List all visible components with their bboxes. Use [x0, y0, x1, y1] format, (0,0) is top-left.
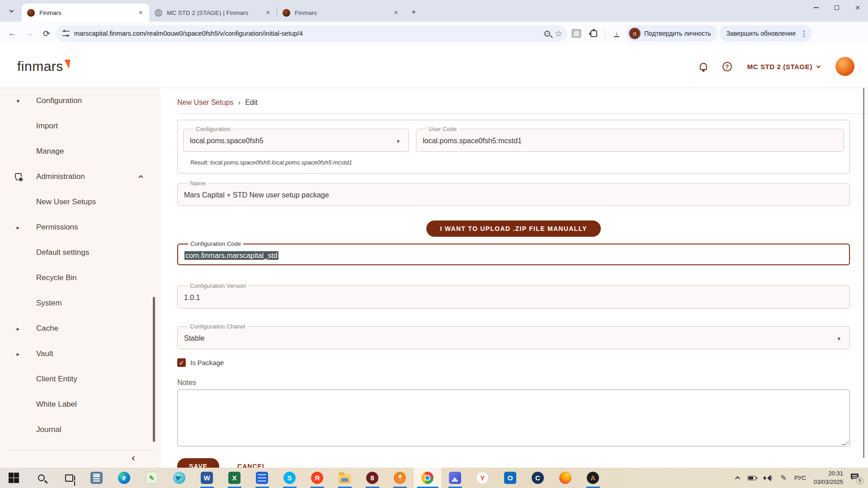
maximize-button[interactable]	[826, 0, 847, 15]
language-indicator[interactable]: РУС	[794, 474, 806, 481]
user-code-field[interactable]: User Code local.poms.space0fsh5:mcstd1	[416, 126, 844, 152]
workspace-selector[interactable]: MC STD 2 (STAGE)	[747, 63, 820, 70]
back-icon[interactable]: ←	[5, 26, 20, 41]
sidebar-collapse-button[interactable]	[131, 455, 137, 461]
taskbar-app-a[interactable]: A	[579, 468, 607, 488]
start-button[interactable]	[0, 468, 28, 488]
sidebar-item-new-user-setups[interactable]: New User Setups	[0, 189, 160, 215]
taskbar-app-yandex-browser[interactable]: Я	[303, 468, 331, 488]
zoom-icon[interactable]	[544, 31, 550, 37]
tray-chevron-up-icon[interactable]	[735, 476, 740, 481]
taskbar-app-calculator[interactable]	[83, 468, 110, 488]
taskbar-app-word[interactable]: W	[193, 468, 221, 488]
sidebar-item-permissions[interactable]: ▸ Permissions	[0, 215, 160, 240]
configuration-version-field[interactable]: Configuration Version 1.0.1	[177, 282, 850, 309]
media-panel-icon[interactable]	[569, 26, 584, 41]
sidebar-item-manage[interactable]: Manage	[0, 139, 160, 164]
close-window-button[interactable]: ✕	[847, 0, 868, 15]
pen-icon[interactable]: ✎	[780, 474, 786, 482]
clock-time: 20:31	[814, 469, 843, 478]
clock[interactable]: 20:31 03/03/2025	[814, 469, 843, 487]
taskbar-app-edge[interactable]: e	[110, 468, 138, 488]
name-field[interactable]: Name Mars Capital + STD New user setup p…	[177, 180, 850, 206]
taskbar-app-photos[interactable]	[441, 468, 469, 488]
task-view-button[interactable]	[55, 468, 83, 488]
sidebar-item-cache[interactable]: ▸ Cache	[0, 316, 160, 341]
sidebar-item-vault[interactable]: ▸ Vault	[0, 341, 160, 366]
taskbar-app-yandex[interactable]: Y	[469, 468, 496, 488]
taskbar-app-skype[interactable]: S	[276, 468, 303, 488]
breadcrumb-parent-link[interactable]: New User Setups	[177, 99, 234, 107]
browser-tab-mc-std[interactable]: MC STD 2 (STAGE) | Finmars ✕	[149, 4, 277, 22]
name-label: Name	[188, 180, 208, 187]
downloads-icon[interactable]: ↓	[609, 26, 624, 41]
edit-form: Configuration local.poms.space0fsh5 ▾ Us…	[160, 114, 868, 468]
taskbar-app-openvpn[interactable]	[386, 468, 414, 488]
sidebar-item-default-settings[interactable]: Default settings	[0, 240, 160, 265]
sidebar-item-system[interactable]: System	[0, 291, 160, 316]
forward-icon[interactable]: →	[22, 26, 37, 41]
configuration-select[interactable]: Configuration local.poms.space0fsh5 ▾	[183, 126, 409, 152]
save-button[interactable]: SAVE	[177, 458, 219, 468]
url-text[interactable]: marscapital.finmars.com/realm0ouw0/space…	[74, 30, 540, 37]
taskbar-app-8[interactable]: 8	[359, 468, 386, 488]
taskbar-app-notepad[interactable]: ✎	[138, 468, 165, 488]
sidebar-scrollbar[interactable]	[153, 297, 155, 442]
bookmark-star-icon[interactable]: ☆	[555, 28, 562, 39]
configuration-chanel-select[interactable]: Configuration Chanel Stable ▾	[177, 323, 850, 349]
taskbar-app-c[interactable]: C	[524, 468, 552, 488]
browser-tab-finmars-2[interactable]: Finmars ✕	[277, 4, 405, 22]
sidebar-item-import[interactable]: Import	[0, 113, 160, 139]
notes-textarea[interactable]	[177, 389, 850, 446]
chevron-down-icon	[816, 64, 821, 68]
help-icon[interactable]: ?	[722, 62, 732, 71]
identity-chip[interactable]: п Подтвердить личность	[626, 25, 717, 42]
server-app-icon	[256, 472, 268, 484]
browser-menu-icon[interactable]: ⋮	[800, 29, 807, 38]
browser-tab-finmars[interactable]: Finmars ✕	[22, 4, 149, 22]
is-package-checkbox[interactable]: ✓	[177, 358, 186, 367]
page-scrollbar[interactable]	[863, 88, 864, 458]
is-package-label: Is Package	[190, 359, 224, 366]
is-package-checkbox-row[interactable]: ✓ Is Package	[177, 358, 850, 367]
sidebar-item-journal[interactable]: Journal	[0, 417, 160, 442]
close-tab-icon[interactable]: ✕	[392, 9, 400, 17]
sidebar-item-label: Permissions	[36, 223, 78, 232]
cancel-button[interactable]: CANCEL	[237, 463, 266, 468]
sidebar-item-recycle-bin[interactable]: Recycle Bin	[0, 265, 160, 291]
user-avatar[interactable]	[835, 57, 854, 76]
taskbar-search-button[interactable]	[28, 468, 55, 488]
upload-zip-button[interactable]: I WANT TO UPLOAD .ZIP FILE MANUALLY	[426, 221, 600, 237]
action-center-button[interactable]: 9	[851, 473, 863, 483]
volume-icon[interactable]	[764, 475, 773, 481]
address-bar[interactable]: marscapital.finmars.com/realm0ouw0/space…	[56, 25, 567, 42]
sidebar-item-configuration[interactable]: ▾ Configuration	[0, 88, 160, 113]
taskbar-app-server[interactable]	[248, 468, 276, 488]
taskbar-app-chrome[interactable]	[414, 468, 441, 488]
reload-icon[interactable]: ⟳	[39, 26, 54, 41]
notifications-bell-icon[interactable]	[700, 63, 707, 70]
dropdown-caret-icon: ▾	[396, 138, 400, 145]
sidebar-item-white-label[interactable]: White Label	[0, 392, 160, 417]
new-tab-button[interactable]: +	[407, 6, 420, 19]
breadcrumb-chevron-icon: ›	[238, 98, 241, 107]
configuration-code-field[interactable]: Configuration Code com.finmars.marscapit…	[177, 240, 850, 265]
close-tab-icon[interactable]: ✕	[264, 9, 272, 17]
site-settings-icon[interactable]	[62, 31, 70, 36]
minimize-button[interactable]	[806, 0, 826, 15]
taskbar-app-outlook[interactable]: O	[496, 468, 524, 488]
battery-icon[interactable]	[748, 476, 756, 480]
app-8-icon: 8	[366, 472, 378, 484]
taskbar-app-bird[interactable]	[165, 468, 193, 488]
taskbar-app-firefox[interactable]	[552, 468, 579, 488]
extensions-icon[interactable]	[586, 26, 601, 41]
sidebar-item-administration[interactable]: Administration	[0, 164, 160, 189]
taskbar-app-excel[interactable]: X	[221, 468, 248, 488]
tab-search-button[interactable]	[5, 4, 18, 18]
sidebar-item-client-entity[interactable]: Client Entity	[0, 366, 160, 392]
caret-right-icon: ▸	[17, 351, 20, 357]
taskbar-app-file-explorer[interactable]	[331, 468, 359, 488]
close-tab-icon[interactable]: ✕	[137, 9, 145, 17]
user-code-value: local.poms.space0fsh5:mcstd1	[423, 137, 522, 145]
update-browser-button[interactable]: Завершить обновление ⋮	[719, 25, 812, 42]
